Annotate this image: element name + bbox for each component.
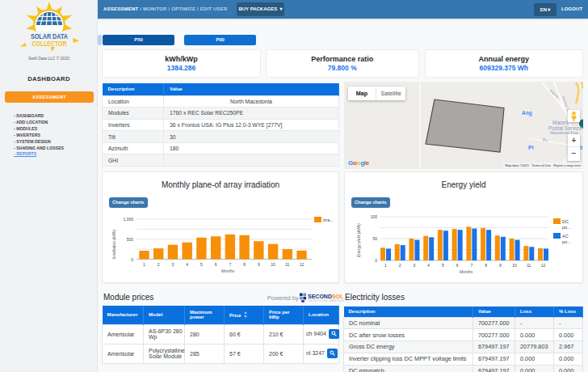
svg-text:4: 4 bbox=[186, 262, 188, 267]
svg-text:10: 10 bbox=[271, 262, 275, 267]
svg-text:AC: AC bbox=[562, 234, 569, 239]
svg-text:po...: po... bbox=[562, 225, 571, 230]
svg-text:11: 11 bbox=[527, 263, 531, 268]
svg-text:11: 11 bbox=[285, 262, 289, 267]
svg-text:THE PHOTOVOLTAIC MARKETPLACE: THE PHOTOVOLTAIC MARKETPLACE bbox=[308, 299, 345, 302]
svg-text:Google: Google bbox=[348, 159, 370, 167]
svg-text:po...: po... bbox=[562, 239, 571, 244]
svg-text:Energy yield (kWh): Energy yield (kWh) bbox=[356, 223, 361, 258]
svg-text:9: 9 bbox=[258, 262, 260, 267]
svg-text:3: 3 bbox=[414, 263, 416, 268]
svg-text:7: 7 bbox=[229, 262, 231, 267]
svg-text:2: 2 bbox=[158, 262, 160, 267]
svg-text:2: 2 bbox=[399, 263, 401, 268]
svg-text:10: 10 bbox=[512, 263, 517, 268]
svg-text:0: 0 bbox=[131, 257, 133, 262]
svg-text:8: 8 bbox=[243, 262, 246, 267]
svg-text:DC: DC bbox=[562, 219, 569, 224]
svg-text:5: 5 bbox=[200, 262, 203, 267]
svg-text:50: 50 bbox=[372, 236, 377, 241]
svg-text:8: 8 bbox=[485, 263, 487, 268]
svg-text:Months: Months bbox=[460, 269, 473, 274]
svg-text:9: 9 bbox=[499, 263, 502, 268]
svg-text:6: 6 bbox=[456, 263, 459, 268]
svg-text:Months: Months bbox=[221, 268, 235, 273]
svg-text:12: 12 bbox=[541, 263, 546, 268]
svg-text:Irradiation (kWh): Irradiation (kWh) bbox=[111, 229, 116, 259]
svg-text:3: 3 bbox=[172, 262, 174, 267]
svg-text:1: 1 bbox=[384, 263, 387, 268]
svg-text:1,000: 1,000 bbox=[123, 217, 133, 222]
svg-text:7: 7 bbox=[470, 263, 472, 268]
svg-text:0: 0 bbox=[375, 258, 377, 263]
svg-text:1: 1 bbox=[143, 262, 145, 267]
svg-text:SECONDSOL: SECONDSOL bbox=[308, 294, 344, 299]
svg-text:12: 12 bbox=[300, 262, 304, 267]
svg-text:COLLECTOR: COLLECTOR bbox=[32, 40, 67, 48]
svg-text:SOLAR DATA: SOLAR DATA bbox=[31, 32, 68, 40]
svg-text:Irra...: Irra... bbox=[323, 218, 334, 222]
svg-text:500: 500 bbox=[127, 237, 134, 242]
svg-text:4: 4 bbox=[427, 263, 430, 268]
svg-text:100: 100 bbox=[371, 214, 378, 219]
svg-text:5: 5 bbox=[442, 263, 444, 268]
svg-text:6: 6 bbox=[215, 262, 217, 267]
